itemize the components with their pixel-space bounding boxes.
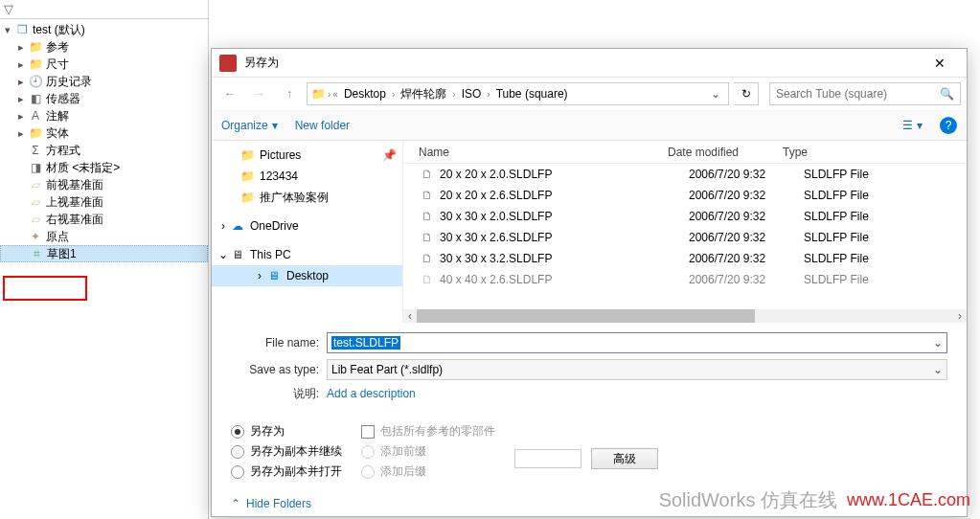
file-name-input[interactable]: test.SLDLFP⌄ [327, 332, 947, 353]
radio-suffix[interactable]: 添加后缀 [361, 463, 495, 480]
nav-item-desktop[interactable]: ›🖥Desktop [212, 265, 402, 286]
tree-item[interactable]: ▸◧传感器 [0, 90, 208, 107]
tree-item[interactable]: ▸📁参考 [0, 38, 208, 56]
expander-icon[interactable]: ⌄ [217, 248, 229, 261]
expander-icon[interactable]: ▸ [15, 127, 27, 140]
pc-icon: 🖥 [229, 248, 246, 261]
up-button[interactable]: ↑ [277, 81, 302, 106]
folder-icon: 📁 [27, 40, 44, 54]
dropdown-icon[interactable]: ⌄ [927, 336, 943, 350]
dropdown-icon[interactable]: ⌄ [927, 363, 943, 376]
tree-item[interactable]: ▸📁尺寸 [0, 56, 208, 73]
radio-saveas-open[interactable]: 另存为副本并打开 [231, 463, 342, 480]
breadcrumb-seg[interactable]: Desktop [340, 87, 390, 101]
save-type-select[interactable]: Lib Feat Part (*.sldlfp)⌄ [327, 359, 947, 380]
equation-icon: Σ [27, 144, 44, 157]
organize-button[interactable]: Organize ▾ [221, 119, 278, 132]
breadcrumb[interactable]: 📁 › « Desktop › 焊件轮廓 › ISO › Tube (squar… [307, 82, 729, 105]
nav-item-thispc[interactable]: ⌄🖥This PC [212, 244, 402, 265]
form-area: File name: test.SLDLFP⌄ Save as type: Li… [212, 323, 967, 417]
file-row[interactable]: 🗋30 x 30 x 3.2.SLDLFP2006/7/20 9:32SLDLF… [403, 248, 967, 269]
tree-item[interactable]: ✦原点 [0, 228, 208, 245]
radio-saveas-continue[interactable]: 另存为副本并继续 [231, 443, 342, 460]
folder-icon: 📁 [27, 57, 44, 71]
tree-item[interactable]: ▸A注解 [0, 107, 208, 124]
view-options-button[interactable]: ☰ ▾ [902, 119, 923, 132]
tree-root[interactable]: ▾ ❒ test (默认) [0, 21, 208, 38]
breadcrumb-dropdown-icon[interactable]: ⌄ [707, 87, 724, 101]
tree-item[interactable]: ▱右视基准面 [0, 211, 208, 228]
breadcrumb-seg[interactable]: 焊件轮廓 [397, 86, 450, 102]
search-input[interactable] [776, 87, 940, 101]
file-row[interactable]: 🗋20 x 20 x 2.6.SLDLFP2006/7/20 9:32SLDLF… [403, 185, 967, 206]
add-description-link[interactable]: Add a description [327, 387, 416, 400]
col-type[interactable]: Type [783, 146, 869, 159]
onedrive-icon: ☁ [229, 219, 246, 233]
filter-icon[interactable]: ▽ [4, 2, 13, 16]
radio-saveas[interactable]: 另存为 [231, 423, 342, 440]
radio-icon [361, 445, 375, 459]
expander-icon[interactable]: ▸ [15, 41, 27, 54]
nav-item-onedrive[interactable]: ›☁OneDrive [212, 215, 402, 237]
history-icon: 🕘 [27, 75, 44, 88]
tree-item[interactable]: ▸📁实体 [0, 124, 208, 142]
search-box[interactable]: 🔍 [769, 82, 961, 105]
expander-icon[interactable]: ▸ [15, 110, 27, 123]
scroll-right-icon[interactable]: › [953, 309, 967, 323]
search-icon[interactable]: 🔍 [940, 87, 954, 101]
tree-item[interactable]: ▱上视基准面 [0, 193, 208, 211]
nav-item-pictures[interactable]: 📁Pictures📌 [212, 145, 402, 166]
nav-item[interactable]: 📁123434 [212, 166, 402, 187]
expander-icon[interactable]: › [254, 269, 265, 282]
tree-root-label: test (默认) [33, 22, 206, 38]
folder-icon: 📁 [311, 87, 326, 101]
tree-item[interactable]: ◨材质 <未指定> [0, 159, 208, 176]
nav-item[interactable]: 📁推广体验案例 [212, 187, 402, 208]
file-row[interactable]: 🗋20 x 20 x 2.0.SLDLFP2006/7/20 9:32SLDLF… [403, 164, 967, 185]
file-browser: 📁Pictures📌 📁123434 📁推广体验案例 ›☁OneDrive ⌄🖥… [212, 141, 967, 323]
file-icon: 🗋 [419, 252, 436, 265]
dropdown-icon: ▾ [917, 119, 923, 132]
tree-item[interactable]: Σ方程式 [0, 142, 208, 159]
file-row[interactable]: 🗋40 x 40 x 2.6.SLDLFP2006/7/20 9:32SLDLF… [403, 269, 967, 290]
expander-icon[interactable]: ▾ [2, 24, 13, 36]
radio-prefix[interactable]: 添加前缀 [361, 443, 495, 460]
expander-icon[interactable]: › [217, 219, 229, 233]
file-row[interactable]: 🗋30 x 30 x 2.6.SLDLFP2006/7/20 9:32SLDLF… [403, 227, 967, 248]
col-date[interactable]: Date modified [668, 146, 783, 159]
column-headers: Name Date modified Type [403, 141, 967, 164]
chevron-icon: › [452, 89, 455, 100]
plane-icon: ▱ [27, 213, 44, 226]
expander-icon[interactable]: ▸ [15, 58, 27, 71]
breadcrumb-seg[interactable]: ISO [458, 87, 486, 101]
col-name[interactable]: Name [419, 146, 668, 159]
pin-icon[interactable]: 📌 [382, 148, 397, 162]
scrollbar-thumb[interactable] [417, 309, 755, 323]
advanced-button[interactable]: 高级 [591, 448, 658, 469]
expander-icon[interactable]: ▸ [15, 93, 27, 105]
forward-button[interactable]: → [247, 81, 272, 106]
file-row[interactable]: 🗋30 x 30 x 2.0.SLDLFP2006/7/20 9:32SLDLF… [403, 206, 967, 227]
checkbox-include-refs[interactable]: 包括所有参考的零部件 [361, 423, 495, 440]
close-button[interactable]: ✕ [921, 50, 959, 77]
new-folder-button[interactable]: New folder [295, 119, 350, 132]
part-icon: ❒ [13, 23, 31, 36]
tree-item[interactable]: ▸🕘历史记录 [0, 73, 208, 90]
sketch-icon: ⌗ [28, 247, 45, 260]
tree-item-sketch1[interactable]: ⌗草图1 [0, 245, 208, 262]
help-button[interactable]: ? [940, 117, 957, 134]
scroll-left-icon[interactable]: ‹ [403, 309, 417, 323]
watermark-brand: SolidWorks 仿真在线 [659, 487, 837, 513]
horizontal-scrollbar[interactable]: ‹ › [403, 309, 967, 323]
expander-icon[interactable]: ▸ [15, 76, 27, 88]
refresh-button[interactable]: ↻ [734, 82, 759, 105]
origin-icon: ✦ [27, 230, 44, 243]
prefix-suffix-input[interactable] [514, 449, 581, 468]
file-icon: 🗋 [419, 210, 436, 223]
radio-icon [231, 465, 244, 479]
back-button[interactable]: ← [217, 81, 242, 106]
file-icon: 🗋 [419, 231, 436, 244]
breadcrumb-seg[interactable]: Tube (square) [492, 87, 572, 101]
tree-item[interactable]: ▱前视基准面 [0, 176, 208, 193]
watermark-url: www.1CAE.com [847, 490, 970, 510]
